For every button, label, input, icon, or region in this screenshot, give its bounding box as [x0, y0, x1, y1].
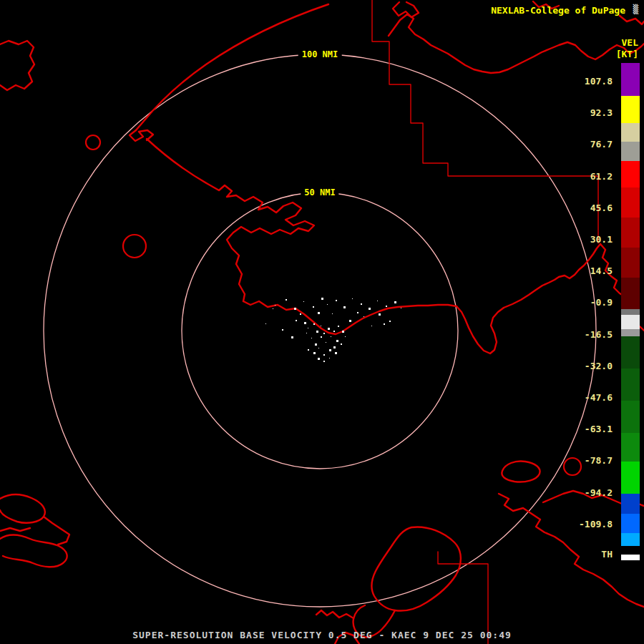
colorbar-tick: 107.8 — [585, 76, 613, 87]
colorbar-segment — [621, 278, 640, 309]
map-outline — [243, 301, 457, 334]
colorbar-segment — [621, 555, 640, 560]
range-ring — [182, 192, 458, 469]
colorbar-tick: -0.9 — [590, 297, 613, 308]
map-outline — [0, 494, 45, 523]
velocity-echo — [328, 328, 330, 330]
velocity-echo — [379, 313, 381, 316]
velocity-echo — [265, 323, 266, 324]
colorbar-segment — [621, 533, 640, 546]
map-outline — [504, 244, 600, 308]
velocity-echo — [318, 312, 320, 314]
velocity-echo — [389, 321, 391, 322]
velocity-echo — [329, 358, 330, 358]
colorbar-units-bracket: [KT] — [616, 49, 638, 59]
velocity-echo — [316, 331, 318, 333]
velocity-echo — [327, 304, 328, 305]
colorbar-tick: 45.6 — [590, 203, 613, 213]
velocity-echo — [296, 320, 297, 321]
velocity-echo — [275, 305, 275, 306]
map-outline — [502, 462, 540, 482]
colorbar-tick: 76.7 — [590, 139, 613, 150]
velocity-echo — [336, 340, 338, 342]
colorbar-segment — [621, 546, 640, 555]
velocity-echo — [386, 306, 387, 307]
colorbar-tick: -63.1 — [585, 424, 613, 434]
velocity-echo — [313, 352, 316, 354]
map-outline — [130, 130, 153, 141]
colorbar-tick: -78.7 — [585, 455, 613, 466]
colorbar-tick: -109.8 — [579, 519, 613, 530]
map-outline — [371, 527, 461, 610]
velocity-echo — [349, 320, 351, 322]
radar-display: NEXLAB-College of DuPage ▒ VEL [KT] 107.… — [0, 0, 644, 644]
velocity-echo — [357, 312, 358, 313]
map-outline — [136, 4, 328, 130]
velocity-echo — [304, 322, 306, 324]
colorbar-tick: 14.5 — [590, 265, 613, 276]
colorbar-segment — [621, 96, 640, 123]
velocity-echo — [294, 308, 296, 310]
colorbar-segment — [621, 248, 640, 278]
colorbar-segment — [621, 161, 640, 187]
velocity-echo — [343, 306, 346, 308]
velocity-echo — [384, 323, 385, 325]
colorbar-segment — [621, 187, 640, 218]
velocity-echo — [315, 343, 317, 346]
colorbar-segment — [621, 462, 640, 494]
brand-badge-icon: ▒ — [633, 4, 638, 14]
velocity-echo — [338, 326, 339, 327]
velocity-echo — [321, 326, 321, 326]
velocity-echo — [342, 331, 344, 333]
colorbar-segment — [621, 218, 640, 248]
velocity-echo — [333, 331, 335, 332]
map-circle-outline — [564, 458, 581, 475]
colorbar-tick: -47.6 — [585, 392, 613, 403]
map-outline — [316, 610, 353, 618]
colorbar-segment — [621, 494, 640, 514]
colorbar-tick: -94.2 — [585, 487, 613, 498]
velocity-echo — [401, 308, 401, 308]
map-outline — [0, 528, 30, 531]
velocity-echo — [318, 358, 320, 360]
colorbar-segment — [621, 514, 640, 533]
velocity-echo — [300, 313, 301, 315]
radar-map-canvas — [0, 0, 644, 644]
colorbar-segment — [621, 329, 640, 336]
velocity-echo — [321, 336, 322, 338]
colorbar-segment — [621, 433, 640, 462]
velocity-echo — [345, 336, 346, 337]
velocity-echo — [273, 308, 273, 309]
colorbar-threshold-label: TH — [601, 549, 613, 560]
velocity-echo — [291, 336, 293, 338]
map-circle-outline — [123, 235, 146, 258]
velocity-echo — [306, 333, 307, 333]
velocity-echo — [371, 326, 372, 326]
velocity-echo — [326, 342, 326, 343]
velocity-echo — [377, 301, 378, 301]
map-outline — [372, 0, 598, 243]
colorbar-segment — [621, 315, 640, 329]
velocity-echo — [282, 329, 283, 331]
colorbar-segment — [621, 309, 640, 315]
map-outline — [147, 139, 314, 301]
colorbar-tick: 92.3 — [590, 107, 613, 118]
range-ring — [44, 54, 596, 607]
velocity-echo — [313, 323, 315, 325]
velocity-echo — [321, 298, 323, 300]
velocity-echo — [364, 316, 364, 317]
velocity-echo — [308, 349, 309, 351]
velocity-echo — [323, 333, 325, 334]
velocity-echo — [335, 352, 337, 354]
map-outline — [0, 535, 67, 567]
brand-text: NEXLAB-College of DuPage — [491, 5, 625, 16]
velocity-echo — [311, 338, 312, 338]
velocity-echo — [332, 313, 333, 314]
velocity-echo — [352, 298, 353, 299]
velocity-echo — [394, 301, 396, 303]
colorbar-tick: 61.2 — [590, 171, 613, 182]
velocity-echo — [308, 328, 308, 328]
range-ring-label: 100 NMI — [298, 49, 342, 60]
colorbar-tick: 30.1 — [590, 234, 613, 245]
velocity-echo — [313, 306, 314, 308]
